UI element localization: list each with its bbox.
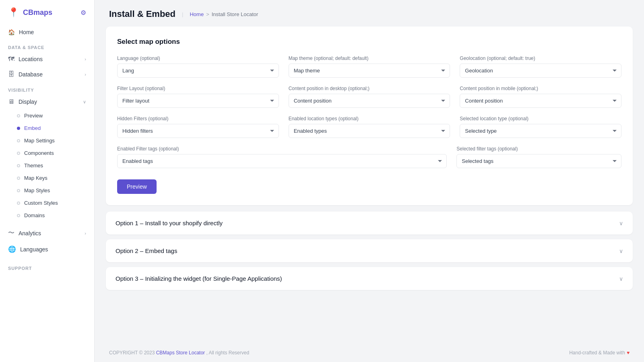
map-keys-label: Map Keys [24, 175, 47, 181]
sidebar-item-home[interactable]: 🏠 Home [0, 25, 94, 39]
map-options-card: Select map options Language (optional) L… [106, 27, 633, 205]
content-position-desktop-select[interactable]: Content position [289, 94, 450, 108]
accordion-option2-header[interactable]: Option 2 – Embed tags ∨ [106, 239, 633, 262]
geolocation-label: Geolocation (optional; default: true) [460, 56, 621, 61]
sidebar: 📍 CBmaps ⚙ 🏠 Home DATA & SPACE 🗺 Locatio… [0, 0, 95, 362]
map-styles-label: Map Styles [24, 187, 50, 193]
sidebar-item-preview[interactable]: Preview [0, 109, 94, 122]
brand-link[interactable]: CBMaps Store Locator [156, 350, 205, 356]
language-label: Language (optional) [117, 56, 279, 61]
enabled-tags-label: Enabled Filter tags (optional) [117, 146, 447, 152]
heart-icon: ♥ [627, 350, 630, 356]
circle-icon [17, 139, 20, 142]
accordion-option3-title: Option 3 – Initializing the widget (for … [116, 275, 282, 282]
themes-label: Themes [24, 162, 43, 169]
circle-icon-active [17, 127, 20, 130]
rights-text: , All rights Reserved [206, 350, 249, 356]
accordion-option2: Option 2 – Embed tags ∨ [106, 239, 633, 262]
copyright-text: COPYRIGHT © 2023 [109, 350, 155, 356]
geolocation-select[interactable]: Geolocation [460, 64, 621, 78]
enabled-tags-select[interactable]: Enabled tags [117, 154, 447, 168]
breadcrumb-separator: > [206, 11, 209, 17]
filter-layout-label: Filter Layout (optional) [117, 86, 279, 91]
sidebar-item-analytics[interactable]: 〜 Analytics › [0, 225, 94, 241]
selected-type-group: Selected location type (optional) Select… [460, 116, 621, 138]
enabled-tags-group: Enabled Filter tags (optional) Enabled t… [117, 146, 447, 168]
content-position-mobile-label: Content position in mobile (optional;) [460, 86, 621, 91]
main-content: Install & Embed | Home > Install Store L… [95, 0, 644, 362]
preview-button[interactable]: Preview [117, 179, 157, 194]
enabled-types-select[interactable]: Enabled types [289, 124, 450, 138]
language-group: Language (optional) Lang [117, 56, 279, 78]
map-theme-label: Map theme (optional; default: default) [289, 56, 450, 61]
languages-label: Languages [20, 246, 48, 253]
sidebar-item-embed[interactable]: Embed [0, 122, 94, 134]
sidebar-item-languages[interactable]: 🌐 Languages [0, 241, 94, 257]
sidebar-item-map-styles[interactable]: Map Styles [0, 184, 94, 197]
chevron-right-icon: › [85, 57, 86, 62]
accordion-option3: Option 3 – Initializing the widget (for … [106, 267, 633, 290]
sidebar-item-display[interactable]: 🖥 Display ∨ [0, 94, 94, 109]
database-icon: 🗄 [8, 71, 14, 78]
chevron-down-icon: ∨ [619, 248, 623, 254]
accordion-option1-header[interactable]: Option 1 – Install to your shopify direc… [106, 212, 633, 234]
sidebar-item-custom-styles[interactable]: Custom Styles [0, 197, 94, 209]
home-label: Home [19, 29, 34, 35]
content-position-mobile-group: Content position in mobile (optional;) C… [460, 86, 621, 108]
map-options-title: Select map options [117, 38, 621, 46]
footer-copyright: COPYRIGHT © 2023 CBMaps Store Locator , … [109, 350, 249, 356]
locations-label: Locations [19, 56, 43, 62]
languages-icon: 🌐 [8, 245, 16, 253]
sidebar-item-map-settings[interactable]: Map Settings [0, 134, 94, 147]
enabled-types-label: Enabled location types (optional) [289, 116, 450, 121]
map-theme-select[interactable]: Map theme [289, 64, 450, 78]
display-icon: 🖥 [8, 98, 14, 105]
enabled-types-group: Enabled location types (optional) Enable… [289, 116, 450, 138]
selected-tags-label: Selected filter tags (optional) [456, 146, 621, 152]
accordion-option3-header[interactable]: Option 3 – Initializing the widget (for … [106, 267, 633, 290]
language-select[interactable]: Lang [117, 64, 279, 78]
selected-type-select[interactable]: Selected type [460, 124, 621, 138]
accordion-option1: Option 1 – Install to your shopify direc… [106, 212, 633, 234]
circle-icon [17, 164, 20, 167]
embed-label: Embed [24, 125, 41, 131]
form-row-1: Language (optional) Lang Map theme (opti… [117, 56, 621, 78]
sidebar-item-domains[interactable]: Domains [0, 209, 94, 222]
domains-label: Domains [24, 212, 45, 218]
sidebar-item-components[interactable]: Components [0, 147, 94, 159]
map-theme-group: Map theme (optional; default: default) M… [289, 56, 450, 78]
footer-right-text: Hand-crafted & Made with [569, 350, 625, 356]
chevron-right-icon: › [85, 72, 86, 77]
settings-icon[interactable]: ⚙ [80, 9, 86, 16]
sidebar-logo: 📍 CBmaps ⚙ [0, 0, 94, 25]
chevron-down-icon: ∨ [619, 220, 623, 226]
sidebar-item-locations[interactable]: 🗺 Locations › [0, 51, 94, 67]
circle-icon [17, 114, 20, 117]
sidebar-item-map-keys[interactable]: Map Keys [0, 172, 94, 184]
breadcrumb-divider: | [182, 11, 183, 17]
circle-icon [17, 152, 20, 155]
footer-right: Hand-crafted & Made with ♥ [569, 350, 630, 356]
filter-layout-select[interactable]: Filter layout [117, 94, 279, 108]
selected-tags-select[interactable]: Selected tags [456, 154, 621, 168]
footer: COPYRIGHT © 2023 CBMaps Store Locator , … [95, 343, 644, 362]
hidden-filters-select[interactable]: Hidden filters [117, 124, 279, 138]
circle-icon [17, 189, 20, 192]
breadcrumb-home-link[interactable]: Home [190, 11, 204, 17]
hidden-filters-label: Hidden Filters (optional) [117, 116, 279, 121]
logo-text: CBmaps [23, 8, 52, 17]
sidebar-item-database[interactable]: 🗄 Database › [0, 67, 94, 82]
map-settings-label: Map Settings [24, 138, 55, 144]
chevron-down-icon: ∨ [619, 276, 623, 282]
selected-tags-group: Selected filter tags (optional) Selected… [456, 146, 621, 168]
section-label-data: DATA & SPACE [0, 39, 94, 51]
accordion-option1-title: Option 1 – Install to your shopify direc… [116, 220, 223, 226]
circle-icon [17, 214, 20, 217]
logo-pin-icon: 📍 [8, 7, 19, 18]
circle-icon [17, 202, 20, 205]
sidebar-item-themes[interactable]: Themes [0, 159, 94, 172]
page-header: Install & Embed | Home > Install Store L… [95, 0, 644, 27]
display-label: Display [19, 99, 37, 105]
analytics-icon: 〜 [8, 229, 14, 237]
content-position-mobile-select[interactable]: Content position [460, 94, 621, 108]
